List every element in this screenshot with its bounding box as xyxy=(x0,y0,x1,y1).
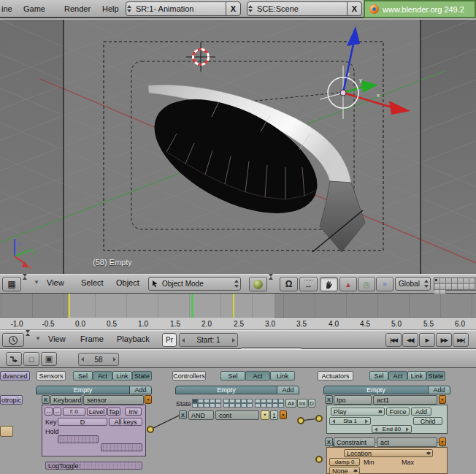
jump-end-icon: ▶▶| xyxy=(457,337,464,343)
layer-2[interactable] xyxy=(440,278,446,284)
screen-name[interactable]: SR:1- Animation xyxy=(133,4,193,13)
prev-key-icon: ◀◀| xyxy=(407,337,414,343)
hand-icon xyxy=(324,280,334,289)
tl-menu-frame[interactable]: Frame xyxy=(80,335,104,343)
play-button[interactable]: ▶ xyxy=(419,333,435,347)
select-rect-button[interactable]: □ xyxy=(23,352,39,366)
vp-menu-object[interactable]: Object xyxy=(116,278,139,287)
ruler-tick: 0.5 xyxy=(107,320,117,328)
current-frame-indicator[interactable] xyxy=(191,294,193,318)
vp-menu-select[interactable]: Select xyxy=(81,278,104,287)
draw-mode-button[interactable] xyxy=(249,277,267,291)
preview-range-button[interactable]: Pr xyxy=(162,333,177,347)
logic-editor-button[interactable] xyxy=(6,352,22,366)
logic-frame-increment-icon[interactable] xyxy=(113,357,116,362)
screen-close-button[interactable]: X xyxy=(226,2,240,15)
jump-to-start-button[interactable]: |◀◀ xyxy=(385,333,402,347)
ruler-tick: -1.0 xyxy=(10,320,23,328)
blender-logo-icon xyxy=(369,4,379,14)
start-frame-field[interactable]: Start: 1 xyxy=(179,333,238,347)
ruler-tick: 6.0 xyxy=(455,320,465,328)
header-collapse-icon[interactable]: ▼ xyxy=(34,279,39,286)
tl-menu-view[interactable]: View xyxy=(48,335,66,343)
editor-type-button[interactable]: ▦ xyxy=(2,277,21,291)
shaded-sphere-icon xyxy=(253,280,263,289)
info-header: ine Game Render Help SR:1- Animation X S… xyxy=(0,0,476,18)
layer-5[interactable] xyxy=(458,278,464,284)
image-button[interactable]: ▣ xyxy=(41,352,57,366)
scene-close-button[interactable]: X xyxy=(347,2,361,15)
active-object-info: (58) Empty xyxy=(93,258,132,267)
controller-output-socket[interactable] xyxy=(298,418,304,424)
logic-editor: dvanced Sensors Sel Act Link State Contr… xyxy=(0,368,476,474)
version-text: www.blender.org 249.2 xyxy=(383,5,464,14)
ruler-tick: 3.5 xyxy=(296,320,307,328)
logic-links xyxy=(0,368,476,474)
translate-manipulator-button[interactable]: ▲ xyxy=(339,277,357,291)
timeline-header: ▼ View Frame Playback Pr Start: 1 End: 1… xyxy=(0,330,476,349)
menu-help[interactable]: Help xyxy=(102,4,119,13)
timeline-ruler[interactable]: -1.0 -0.5 0.0 0.5 1.0 1.5 2.0 2.5 3.0 3.… xyxy=(0,318,476,330)
layer-3[interactable] xyxy=(446,278,452,284)
orientation-dropdown[interactable]: Global xyxy=(395,277,431,291)
menu-game[interactable]: Game xyxy=(23,4,45,13)
blender-window: { "colors": { "version_green": "#8cbe78"… xyxy=(0,0,476,474)
viewport-header: ▦ ▼ View Select Object Object Mode Ω ↔ ▲… xyxy=(0,274,476,294)
pivot-button[interactable]: Ω xyxy=(280,277,298,291)
screen-browse-icon[interactable] xyxy=(126,2,133,15)
layer-14[interactable] xyxy=(458,284,464,290)
scene-name[interactable]: SCE:Scene xyxy=(254,4,299,13)
pivot-omega-icon: Ω xyxy=(285,279,293,289)
scene-browse-icon[interactable] xyxy=(247,2,254,15)
layer-13[interactable] xyxy=(452,284,458,290)
grid-editor-icon: ▦ xyxy=(7,279,15,289)
timeline-track[interactable] xyxy=(0,294,476,318)
orientation-value: Global xyxy=(396,280,423,288)
jump-to-end-button[interactable]: ▶▶| xyxy=(453,333,469,347)
layer-16[interactable] xyxy=(469,284,475,290)
viewport-3d[interactable]: z y x z y x (58) Empty xyxy=(0,20,476,274)
layer-4[interactable] xyxy=(452,278,458,284)
timeline-marker-2[interactable] xyxy=(233,294,234,318)
scene-selector[interactable]: SCE:Scene X xyxy=(247,1,362,16)
ruler-tick: 3.0 xyxy=(265,320,275,328)
layer-7[interactable] xyxy=(469,278,475,284)
ipo-input-socket[interactable] xyxy=(316,416,322,421)
timeline-marker-1[interactable] xyxy=(69,294,70,318)
layer-12[interactable] xyxy=(446,284,452,290)
sensor-output-socket[interactable] xyxy=(147,427,153,432)
timeline-editor-button[interactable] xyxy=(2,333,24,347)
logic-frame-field[interactable]: 58 xyxy=(78,353,119,366)
layer-15[interactable] xyxy=(464,284,469,290)
layer-buttons[interactable] xyxy=(434,278,476,291)
mode-dropdown[interactable]: Object Mode xyxy=(148,277,241,291)
vp-menu-view[interactable]: View xyxy=(47,278,64,287)
timeline-gridlines xyxy=(1,294,476,318)
tl-menu-playback[interactable]: Playback xyxy=(117,335,150,343)
scale-manipulator-button[interactable]: ■ xyxy=(376,277,394,291)
start-decrement-icon[interactable] xyxy=(182,338,185,343)
rotate-manipulator-button[interactable]: ◎ xyxy=(358,277,375,291)
prev-keyframe-button[interactable]: ◀◀| xyxy=(402,333,418,347)
layer-8[interactable] xyxy=(434,284,440,290)
ruler-tick: 5.5 xyxy=(423,320,434,328)
layer-11[interactable] xyxy=(440,284,446,290)
timeline-collapse-icon[interactable]: ▼ xyxy=(35,335,41,342)
manipulator-toggle-button[interactable] xyxy=(320,277,338,291)
constraint-input-socket[interactable] xyxy=(316,456,322,462)
menu-timeline[interactable]: ine xyxy=(1,4,12,13)
manipulator-handles-button[interactable]: ↔ xyxy=(299,277,318,291)
screen-selector[interactable]: SR:1- Animation X xyxy=(126,1,241,16)
start-increment-icon[interactable] xyxy=(232,338,235,343)
menu-render[interactable]: Render xyxy=(64,4,91,13)
layer-1[interactable] xyxy=(434,278,440,284)
image-icon: ▣ xyxy=(45,354,53,364)
layer-6[interactable] xyxy=(464,278,469,284)
next-keyframe-button[interactable]: |▶▶ xyxy=(436,333,452,347)
ruler-tick: 1.5 xyxy=(170,320,180,328)
logic-header: □ ▣ 58 xyxy=(0,349,476,368)
ruler-tick: 2.0 xyxy=(201,320,212,328)
gizmo-y-label: y xyxy=(32,248,35,254)
logic-frame-decrement-icon[interactable] xyxy=(81,357,84,362)
viewport-canvas: z y x z y x xyxy=(0,20,476,274)
